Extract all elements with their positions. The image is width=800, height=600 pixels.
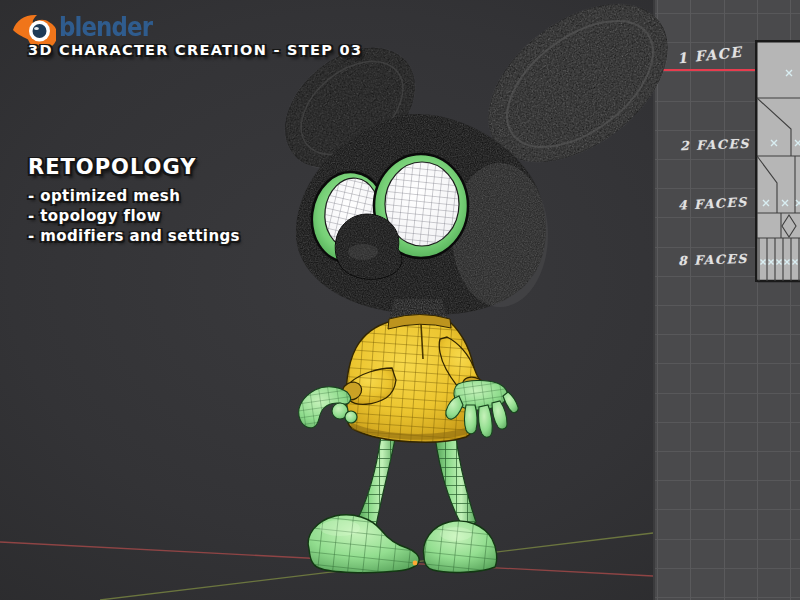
- right-leg: [434, 428, 476, 529]
- legs: [357, 428, 476, 531]
- topic-heading: RETOPOLOGY: [28, 155, 240, 179]
- left-leg: [357, 428, 396, 531]
- character-scene: [0, 0, 800, 600]
- thumbnail-canvas: 1 FACE 2 FACES 4 FACES 8 FACES: [0, 0, 800, 600]
- page-title: 3D CHARACTER CREATION - STEP 03: [28, 42, 362, 58]
- left-foot: [308, 515, 419, 573]
- blender-logo-text: blender: [59, 12, 152, 42]
- pinky-finger: [503, 392, 518, 413]
- nose: [335, 214, 402, 279]
- origin-point: [413, 561, 418, 566]
- topic-bullet-3: - modifiers and settings: [28, 226, 240, 246]
- topic-bullet-2: - topology flow: [28, 206, 240, 226]
- topic-block: RETOPOLOGY - optimized mesh - topology f…: [28, 155, 240, 246]
- topic-bullet-1: - optimized mesh: [28, 186, 240, 206]
- right-foot: [424, 521, 497, 573]
